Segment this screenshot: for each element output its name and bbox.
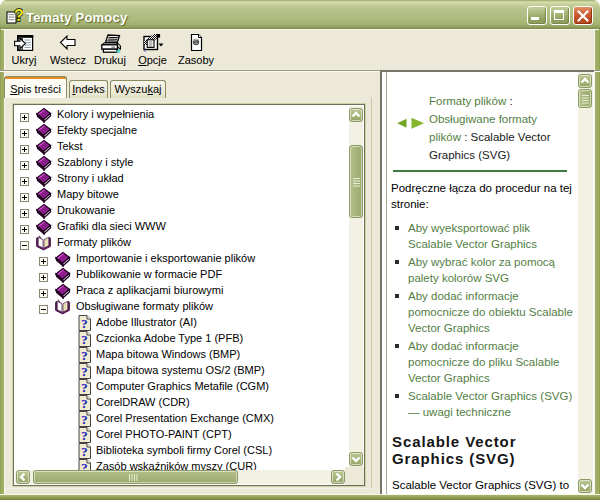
svg-text:?: ? xyxy=(81,316,88,331)
svg-text:?: ? xyxy=(14,7,23,24)
svg-text:?: ? xyxy=(81,460,88,470)
svg-text:?: ? xyxy=(81,444,88,459)
svg-text:?: ? xyxy=(81,364,88,379)
svg-text:?: ? xyxy=(81,412,88,427)
svg-text:?: ? xyxy=(81,380,88,395)
svg-text:?: ? xyxy=(81,348,88,363)
svg-text:?: ? xyxy=(81,396,88,411)
svg-text:?: ? xyxy=(81,428,88,443)
svg-text:?: ? xyxy=(81,332,88,347)
